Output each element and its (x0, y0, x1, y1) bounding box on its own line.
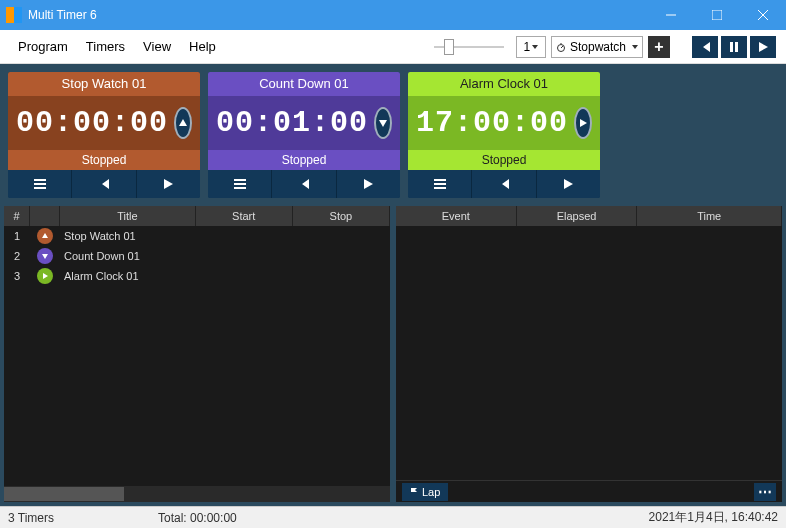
svg-rect-2 (730, 42, 733, 52)
countdown-badge-icon (37, 248, 53, 264)
alarm-badge-icon (37, 268, 53, 284)
maximize-button[interactable] (694, 0, 740, 30)
svg-rect-3 (735, 42, 738, 52)
timer-card-alarm[interactable]: Alarm Clock 01 17:00:00 Stopped (408, 72, 600, 198)
card-start-button[interactable] (337, 170, 400, 198)
card-status: Stopped (8, 150, 200, 170)
col-event[interactable]: Event (396, 206, 517, 226)
svg-rect-0 (712, 10, 722, 20)
card-title: Count Down 01 (208, 72, 400, 96)
mode-dropdown[interactable]: Stopwatch (551, 36, 643, 58)
stopwatch-icon (556, 42, 566, 52)
col-num[interactable]: # (4, 206, 30, 226)
card-title: Stop Watch 01 (8, 72, 200, 96)
card-reset-button[interactable] (272, 170, 336, 198)
skip-back-button[interactable] (692, 36, 718, 58)
zoom-slider[interactable] (434, 37, 504, 57)
events-panel: Event Elapsed Time Lap ⋯ (396, 206, 782, 502)
card-start-button[interactable] (537, 170, 600, 198)
minimize-button[interactable] (648, 0, 694, 30)
card-status: Stopped (208, 150, 400, 170)
card-reset-button[interactable] (72, 170, 136, 198)
card-play-button[interactable] (174, 107, 192, 139)
table-row[interactable]: 2 Count Down 01 (4, 246, 390, 266)
add-timer-button[interactable]: + (648, 36, 670, 58)
menu-program[interactable]: Program (10, 35, 76, 58)
status-clock: 2021年1月4日, 16:40:42 (649, 509, 778, 526)
card-title: Alarm Clock 01 (408, 72, 600, 96)
close-button[interactable] (740, 0, 786, 30)
card-menu-button[interactable] (408, 170, 472, 198)
timer-card-stopwatch[interactable]: Stop Watch 01 00:00:00 Stopped (8, 72, 200, 198)
card-menu-button[interactable] (8, 170, 72, 198)
col-elapsed[interactable]: Elapsed (517, 206, 638, 226)
card-play-button[interactable] (574, 107, 592, 139)
timer-card-countdown[interactable]: Count Down 01 00:01:00 Stopped (208, 72, 400, 198)
card-status: Stopped (408, 150, 600, 170)
window-title: Multi Timer 6 (28, 8, 648, 22)
app-icon (6, 7, 22, 23)
titlebar: Multi Timer 6 (0, 0, 786, 30)
more-button[interactable]: ⋯ (754, 483, 776, 501)
horizontal-scrollbar[interactable] (4, 486, 390, 502)
menubar: Program Timers View Help 1 Stopwatch + (0, 30, 786, 64)
flag-icon (410, 488, 418, 496)
table-row[interactable]: 3 Alarm Clock 01 (4, 266, 390, 286)
col-stop[interactable]: Stop (293, 206, 390, 226)
status-timer-count: 3 Timers (8, 511, 158, 525)
col-time[interactable]: Time (637, 206, 782, 226)
status-total: Total: 00:00:00 (158, 511, 649, 525)
card-menu-button[interactable] (208, 170, 272, 198)
card-reset-button[interactable] (472, 170, 536, 198)
workspace: Stop Watch 01 00:00:00 Stopped Count Dow… (0, 64, 786, 506)
menu-help[interactable]: Help (181, 35, 224, 58)
lap-button[interactable]: Lap (402, 483, 448, 501)
stopwatch-badge-icon (37, 228, 53, 244)
menu-view[interactable]: View (135, 35, 179, 58)
statusbar: 3 Timers Total: 00:00:00 2021年1月4日, 16:4… (0, 506, 786, 528)
card-start-button[interactable] (137, 170, 200, 198)
card-time: 17:00:00 (416, 106, 568, 140)
col-title[interactable]: Title (60, 206, 196, 226)
col-icon[interactable] (30, 206, 60, 226)
menu-timers[interactable]: Timers (78, 35, 133, 58)
timers-list-panel: # Title Start Stop 1 Stop Watch 01 2 Cou… (4, 206, 390, 502)
timer-cards: Stop Watch 01 00:00:00 Stopped Count Dow… (0, 64, 786, 206)
card-time: 00:00:00 (16, 106, 168, 140)
card-play-button[interactable] (374, 107, 392, 139)
count-spinner[interactable]: 1 (516, 36, 546, 58)
pause-button[interactable] (721, 36, 747, 58)
col-start[interactable]: Start (196, 206, 293, 226)
card-time: 00:01:00 (216, 106, 368, 140)
play-button[interactable] (750, 36, 776, 58)
table-row[interactable]: 1 Stop Watch 01 (4, 226, 390, 246)
